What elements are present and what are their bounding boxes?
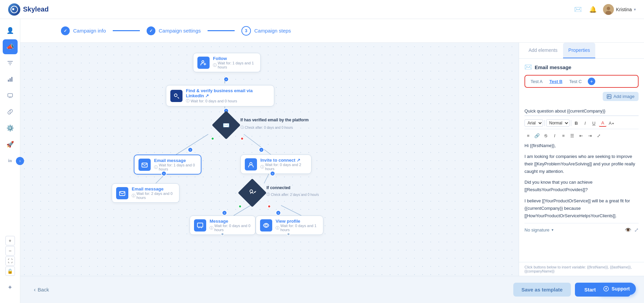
lock-btn[interactable]: 🔒 [5,266,15,276]
connector-to-viewprofile[interactable]: × [276,210,281,216]
sidebar-bottom: + − ⛶ 🔒 ✦ [3,233,18,299]
wizard-connector-2 [208,30,235,31]
logo-icon [8,3,20,16]
bold-btn[interactable]: B [573,119,580,127]
align-left-btn[interactable]: ≡ [524,132,532,139]
sig-expand-icon[interactable]: ⤢ [634,227,639,233]
back-label: Back [38,287,49,292]
connector-connected-no [267,205,271,208]
wizard-step-campaign-settings[interactable]: ✓ Campaign settings [140,26,208,35]
campaign-canvas[interactable]: Follow ⓘ Wait for: 1 days and 1 hours × [20,43,519,276]
highlight-btn[interactable]: A▲ [608,119,615,127]
connector-verified-no [240,137,244,140]
sidebar-item-filter[interactable] [3,56,18,70]
ab-tab-b[interactable]: Test B [547,78,564,85]
email-line1: Hi {{firstName}}, [524,142,639,149]
sidebar-item-linkedin[interactable]: in [3,153,18,168]
node-email-msg-1[interactable]: Email message ⓘ Wait for: 1 days and 0 h… [134,155,201,175]
sidebar-item-theme[interactable]: ✦ [3,280,18,295]
email-body[interactable]: Hi {{firstName}}, I am looking for compa… [524,142,639,220]
list-ul-btn[interactable]: ☰ [568,132,576,139]
expand-btn[interactable]: ⤢ [595,132,602,139]
save-as-template-button[interactable]: Save as template [513,283,571,297]
size-select[interactable]: Normal [546,119,570,127]
topnav: Skylead ✉️ 🔔 Kristina ▾ [0,0,644,19]
connector-below-email1[interactable]: × [161,171,167,176]
sidebar-collapse-btn[interactable]: › [16,157,24,165]
content-area: ✓ Campaign info ✓ Campaign settings 3 Ca… [20,19,644,303]
node-invite[interactable]: Invite to connect ↗ ⓘ Wait for: 0 days a… [240,155,312,174]
app-name: Skylead [23,5,49,13]
svg-point-4 [605,11,611,15]
node-invite-subtitle: ⓘ Wait for: 0 days and 2 hours [260,163,307,171]
sidebar-item-messages[interactable] [3,88,18,103]
sidebar-item-settings[interactable]: ⚙️ [3,121,18,136]
indent-out-btn[interactable]: ⇤ [577,132,585,139]
right-panel-content: ✉️ Email message Test A Test B Test C + [519,59,644,262]
node-find-email-subtitle: ⓘ Wait for: 0 days and 0 hours [186,98,270,103]
wizard-step-campaign-steps[interactable]: 3 Campaign steps [235,26,298,36]
signature-row: No signature ▾ 👁️ ⤢ [524,223,639,233]
connector-to-message[interactable]: × [222,210,227,216]
tab-properties[interactable]: Properties [563,43,596,58]
strikethrough-btn[interactable]: S [542,132,550,139]
sig-eye-icon[interactable]: 👁️ [625,227,631,233]
connector-verified-yes [211,137,214,140]
node-email2-subtitle: ⓘ Wait for: 2 days and 0 hours [132,191,175,200]
indent-in-btn[interactable]: ⇥ [586,132,594,139]
link-btn[interactable]: 🔗 [533,132,541,139]
svg-rect-5 [8,80,9,82]
svg-point-26 [608,95,609,96]
node-follow[interactable]: Follow ⓘ Wait for: 1 days and 1 hours [193,53,261,72]
signature-chevron: ▾ [552,228,554,232]
font-color-btn[interactable]: A [599,119,606,127]
wizard-step-campaign-info[interactable]: ✓ Campaign info [54,26,113,35]
connector-to-invite[interactable]: × [259,147,264,153]
svg-line-15 [234,205,251,216]
zoom-out-btn[interactable]: − [5,246,15,256]
sidebar-item-user[interactable]: 👤 [3,23,18,38]
step-label-1: Campaign info [73,28,106,34]
tab-add-elements[interactable]: Add elements [523,43,563,58]
ab-tab-c[interactable]: Test C [567,78,584,85]
editor-toolbar-row2: ≡ 🔗 S I ≡ ☰ ⇤ ⇥ ⤢ [524,132,639,139]
node-follow-text: Follow ⓘ Wait for: 1 days and 1 hours [213,56,256,69]
support-button[interactable]: Support [597,283,636,295]
node-find-email[interactable]: Find & verify business email via LinkedI… [166,85,274,106]
back-button[interactable]: ‹ Back [34,287,49,293]
mail-icon[interactable]: ✉️ [573,5,583,14]
bell-icon[interactable]: 🔔 [588,5,598,14]
ab-tab-a[interactable]: Test A [529,78,544,85]
italic-btn[interactable]: I [581,119,589,127]
connector-below-invite[interactable]: × [270,171,275,176]
sidebar-item-links[interactable] [3,104,18,119]
fullscreen-btn[interactable]: ⛶ [5,256,15,266]
svg-point-24 [265,224,267,226]
node-follow-icon [197,57,210,69]
underline-btn[interactable]: U [590,119,598,127]
subject-input[interactable] [524,106,639,116]
node-message[interactable]: Message ⓘ Wait for: 0 days and 0 hours [190,216,256,235]
connector-to-email1[interactable]: × [188,147,193,153]
italic2-btn[interactable]: I [551,132,558,139]
ab-add-button[interactable]: + [588,78,595,85]
zoom-in-btn[interactable]: + [5,236,15,245]
node-email2-title: Email message [132,186,175,191]
signature-label: No signature [524,227,550,233]
node-email2-icon [116,187,128,199]
node-follow-subtitle: ⓘ Wait for: 1 days and 1 hours [213,61,256,69]
signature-select[interactable]: No signature ▾ [524,227,554,233]
dot-message-bottom [221,233,224,236]
node-view-profile[interactable]: View profile ⓘ Wait for: 0 days and 1 ho… [256,216,323,235]
font-select[interactable]: Arial [524,119,543,127]
add-image-button[interactable]: Add image [603,92,639,101]
topnav-right: ✉️ 🔔 Kristina ▾ [573,4,636,15]
node-email-msg-2[interactable]: Email message ⓘ Wait for: 2 days and 0 h… [112,183,179,203]
sidebar-item-campaigns[interactable]: 📣 [3,39,18,54]
diamond-if-connected-shape [238,179,267,207]
sidebar-item-analytics[interactable] [3,72,18,87]
user-menu[interactable]: Kristina ▾ [603,4,636,15]
list-ol-btn[interactable]: ≡ [560,132,567,139]
sidebar-item-rocket[interactable]: 🚀 [3,137,18,152]
diamond-if-verified-subtitle: ⓘ Check after: 0 days and 0 hours [240,125,293,130]
